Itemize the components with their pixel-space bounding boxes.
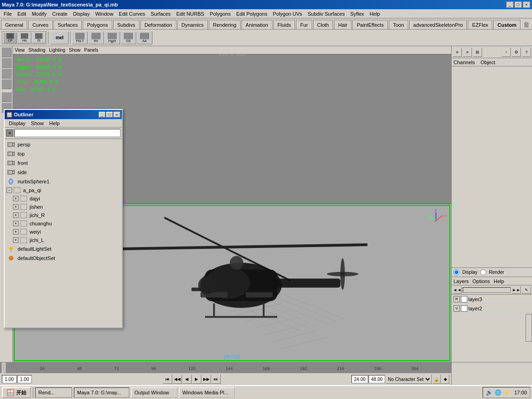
taskbar-item-output[interactable]: Output Window xyxy=(131,387,177,398)
outliner-item-top[interactable]: top xyxy=(6,149,121,158)
pb-prev-key[interactable]: ◀◀ xyxy=(173,375,182,384)
tab-painteffects[interactable]: PaintEffects xyxy=(352,20,388,29)
frame-current-input[interactable] xyxy=(17,375,32,383)
taskbar-item-media[interactable]: Windows Media Pl... xyxy=(179,387,235,398)
close-button[interactable]: × xyxy=(523,1,530,8)
right-tool-2[interactable]: ≡ xyxy=(463,48,472,57)
tab-dynamics[interactable]: Dynamics xyxy=(177,20,208,29)
menu-edit-curves[interactable]: Edit Curves xyxy=(116,10,148,18)
layer3-vis-r[interactable]: R xyxy=(453,296,460,302)
tool-select[interactable]: CP xyxy=(3,32,17,43)
tool-rv[interactable]: RV xyxy=(88,31,104,44)
layer-scroll-vertical[interactable] xyxy=(526,314,532,342)
layer-scroll-right[interactable]: ►► xyxy=(512,286,521,294)
layers-menu-help[interactable]: Help xyxy=(494,278,504,284)
tab-deformation[interactable]: Deformation xyxy=(140,20,176,29)
layer2-checkbox[interactable] xyxy=(461,305,467,312)
outliner-item-jishen[interactable]: + jishen xyxy=(6,203,121,211)
layer3-name[interactable]: layer3 xyxy=(468,296,482,302)
menu-edit-nurbs[interactable]: Edit NURBS xyxy=(174,10,207,18)
render-radio[interactable] xyxy=(480,269,486,275)
animation-select[interactable]: No Character Set xyxy=(386,375,432,384)
pb-goto-end[interactable]: ⏭ xyxy=(212,375,221,384)
outliner-item-jichi-l[interactable]: + jichi_L xyxy=(6,236,121,244)
tab-rendering[interactable]: Rendering xyxy=(209,20,241,29)
tool-history[interactable]: His xyxy=(18,32,31,43)
tab-animation[interactable]: Animation xyxy=(242,20,272,29)
outliner-item-front[interactable]: front xyxy=(6,158,121,168)
menu-edit-polygons[interactable]: Edit Polygons xyxy=(233,10,270,18)
outliner-item-defaultobjectset[interactable]: defaultObjectSet xyxy=(6,254,121,263)
menu-help[interactable]: Help xyxy=(367,10,383,18)
outliner-item-a-pa-qi[interactable]: − a_pa_qi xyxy=(6,186,121,194)
frame-end-input[interactable] xyxy=(351,375,368,383)
right-tool-4[interactable]: ↑ xyxy=(502,48,511,57)
layer2-name[interactable]: layer2 xyxy=(468,306,482,311)
tab-advancedskeleton[interactable]: advancedSkeletonPro xyxy=(409,20,467,29)
expand-icon-dajyi[interactable]: + xyxy=(13,196,18,201)
outliner-menu-display[interactable]: Display xyxy=(6,120,28,127)
expand-icon-chuanghu[interactable]: + xyxy=(13,221,18,226)
expand-icon-a-pa-qi[interactable]: − xyxy=(6,187,12,193)
layers-menu-layers[interactable]: Layers xyxy=(453,278,469,284)
timeline-ruler[interactable]: 1 24 48 72 96 120 144 168 192 216 240 26… xyxy=(0,363,451,373)
anim-lock-icon[interactable]: 🔒 xyxy=(432,375,441,384)
tab-fluids[interactable]: Fluids xyxy=(273,20,295,29)
right-tool-1[interactable]: ≡ xyxy=(453,48,462,57)
outliner-search-input[interactable] xyxy=(14,129,121,137)
vp-menu-show[interactable]: Show xyxy=(69,48,80,53)
tool-mel[interactable]: mel xyxy=(50,31,69,44)
outliner-menu-help[interactable]: Help xyxy=(47,120,62,127)
menu-edit[interactable]: Edit xyxy=(15,10,29,18)
outliner-item-chuanghu[interactable]: + chuanghu xyxy=(6,219,121,228)
tab-subdivs[interactable]: Subdivs xyxy=(113,20,139,29)
expand-icon-jishen[interactable]: + xyxy=(13,204,18,210)
menu-subdiv-surfaces[interactable]: Subdiv Surfaces xyxy=(305,10,347,18)
outliner-restore[interactable]: □ xyxy=(106,112,113,117)
expand-icon-weiyi[interactable]: + xyxy=(13,229,18,235)
tab-custom[interactable]: Custom xyxy=(493,20,520,29)
outliner-item-side[interactable]: side xyxy=(6,168,121,177)
pb-next-frame[interactable]: ▶▶ xyxy=(202,375,211,384)
tab-ezflex[interactable]: EZFlex xyxy=(468,20,492,29)
tab-hair[interactable]: Hair xyxy=(334,20,351,29)
vp-menu-panels[interactable]: Panels xyxy=(84,48,98,53)
tool-pelt[interactable]: PELT xyxy=(72,31,88,44)
tool-w[interactable] xyxy=(1,58,12,68)
outliner-item-nurbssphere1[interactable]: nurbsSphere1 xyxy=(6,177,121,186)
pb-play[interactable]: ▶ xyxy=(192,375,201,384)
tab-polygons[interactable]: Polygons xyxy=(83,20,112,29)
layer-scroll-left[interactable]: ◄◄ xyxy=(453,286,462,294)
menu-display[interactable]: Display xyxy=(70,10,92,18)
tab-delete-icon[interactable]: 🗑 xyxy=(522,20,531,29)
display-radio[interactable] xyxy=(453,269,459,275)
tool-hgph[interactable]: Hgph xyxy=(104,31,120,44)
tool-q[interactable] xyxy=(1,47,12,57)
frame-start-input[interactable] xyxy=(2,375,17,383)
layer2-vis-v[interactable]: V xyxy=(453,305,460,312)
vp-menu-shading[interactable]: Shading xyxy=(29,48,46,53)
start-button[interactable]: 🪟 开始 xyxy=(2,387,31,398)
outliner-item-weiyi[interactable]: + weiyi xyxy=(6,228,121,236)
layer-add-icon[interactable]: ✎ xyxy=(522,286,531,294)
outliner-menu-show[interactable]: Show xyxy=(29,120,46,127)
menu-syflex[interactable]: Syflex xyxy=(347,10,367,18)
menu-create[interactable]: Create xyxy=(49,10,70,18)
pb-prev-frame[interactable]: ◀ xyxy=(182,375,192,384)
right-tool-6[interactable]: ? xyxy=(522,48,531,57)
vp-menu-view[interactable]: View xyxy=(15,48,25,53)
layer3-checkbox[interactable] xyxy=(461,296,467,302)
outliner-item-persp[interactable]: persp xyxy=(6,140,121,149)
minimize-button[interactable]: _ xyxy=(506,1,514,8)
outliner-close[interactable]: × xyxy=(114,112,120,117)
outliner-minimize[interactable]: _ xyxy=(99,112,105,117)
anim-key-icon[interactable]: ◆ xyxy=(441,375,449,384)
taskbar-item-maya[interactable]: Maya 7.0: G:\may... xyxy=(74,387,129,398)
object-tab[interactable]: Object xyxy=(480,60,495,65)
layers-menu-options[interactable]: Options xyxy=(472,278,490,284)
tool-t[interactable] xyxy=(1,92,12,102)
tab-general[interactable]: General xyxy=(1,20,27,29)
vp-menu-lighting[interactable]: Lighting xyxy=(49,48,65,53)
expand-icon-jichi-r[interactable]: + xyxy=(13,212,18,218)
expand-icon-jichi-l[interactable]: + xyxy=(13,237,18,243)
